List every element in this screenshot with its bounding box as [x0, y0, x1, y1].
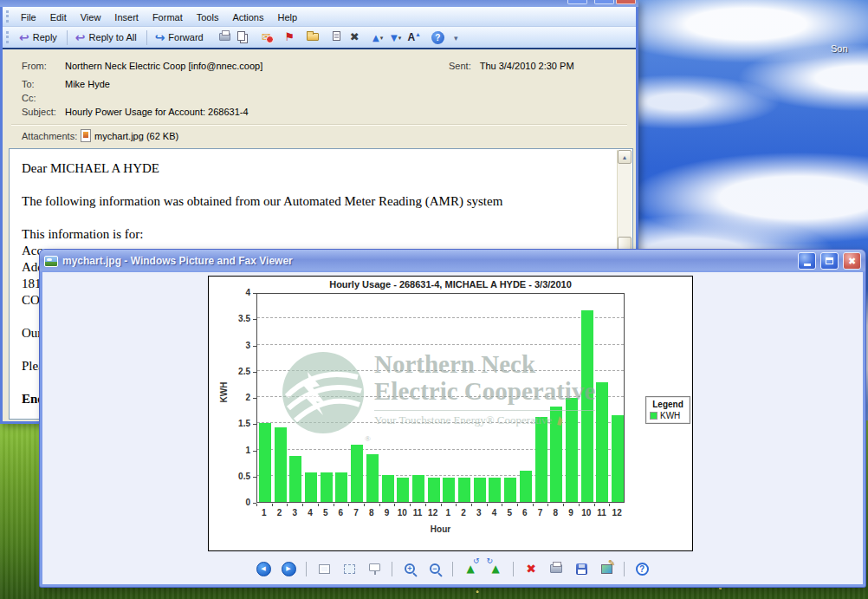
to-value: Mike Hyde: [65, 79, 110, 89]
previous-image-icon[interactable]: ◀: [254, 560, 273, 577]
attachment-name[interactable]: mychart.jpg (62 KB): [94, 131, 178, 141]
zoom-out-icon[interactable]: −: [425, 560, 444, 577]
sent-row: Sent: Thu 3/4/2010 2:30 PM: [449, 61, 574, 71]
x-tick-label: 10: [394, 508, 410, 518]
menu-tools[interactable]: Tools: [190, 10, 226, 25]
viewer-toolbar: ◀▶+−▲▲✖?: [42, 560, 863, 577]
bar: [275, 427, 287, 503]
attachment-file-icon[interactable]: [81, 129, 91, 142]
x-tick-mark: [425, 504, 426, 506]
x-tick-label: 9: [379, 508, 395, 518]
email-header-pane: From: Northern Neck Electric Coop [info@…: [3, 51, 636, 148]
cc-label: Cc:: [22, 93, 65, 103]
y-tick-label: 3.5: [216, 314, 250, 323]
viewer-titlebar[interactable]: mychart.jpg - Windows Picture and Fax Vi…: [40, 250, 865, 272]
to-row: To: Mike Hyde: [22, 79, 110, 89]
x-tick-label: 12: [609, 508, 625, 518]
chart-title: Hourly Usage - 268631-4, MICHAEL A HYDE …: [209, 279, 692, 290]
save-icon[interactable]: [572, 560, 591, 577]
reply-button[interactable]: ↩ Reply: [16, 29, 62, 45]
x-tick-mark: [563, 504, 564, 506]
create-rule-icon[interactable]: [327, 27, 346, 45]
best-fit-icon[interactable]: [314, 560, 334, 577]
menu-actions[interactable]: Actions: [225, 10, 270, 25]
from-row: From: Northern Neck Electric Coop [info@…: [22, 61, 262, 71]
x-tick-mark: [609, 504, 610, 506]
separator: [146, 30, 147, 45]
previous-item-icon[interactable]: ▲▾: [369, 29, 387, 48]
menu-help[interactable]: Help: [270, 10, 304, 25]
x-tick-mark: [533, 504, 534, 506]
toolbar-options-icon[interactable]: ▾: [447, 29, 465, 48]
next-image-icon[interactable]: ▶: [279, 560, 298, 577]
minimize-button[interactable]: [567, 0, 587, 4]
y-tick-mark: [253, 451, 256, 452]
bar: [321, 472, 333, 502]
edit-icon[interactable]: [597, 560, 616, 577]
flag-icon[interactable]: ⚑: [281, 28, 299, 46]
reply-all-label: Reply to All: [89, 32, 137, 42]
menu-edit[interactable]: Edit: [43, 10, 74, 25]
x-tick-label: 11: [593, 508, 609, 518]
forward-icon: ↪: [155, 31, 165, 43]
print-icon[interactable]: [547, 560, 566, 577]
x-tick-mark: [302, 504, 303, 506]
attachments-row: Attachments: mychart.jpg (62 KB): [22, 129, 178, 142]
actual-size-icon[interactable]: [340, 560, 359, 577]
viewer-title: mychart.jpg - Windows Picture and Fax Vi…: [62, 255, 794, 267]
bar: [335, 472, 347, 502]
separator: [513, 562, 514, 576]
rotate-ccw-icon[interactable]: ▲: [461, 560, 480, 577]
bar: [458, 478, 470, 502]
viewer-client-area: Hourly Usage - 268631-4, MICHAEL A HYDE …: [42, 272, 863, 584]
slideshow-icon[interactable]: [365, 560, 384, 577]
x-tick-label: 9: [563, 508, 579, 518]
scroll-up-button[interactable]: ▲: [618, 150, 632, 164]
bar: [289, 456, 301, 502]
y-tick-label: 0.5: [216, 472, 250, 481]
next-item-icon[interactable]: ▼▾: [387, 29, 405, 48]
attachments-label: Attachments:: [22, 131, 81, 141]
minimize-button[interactable]: [798, 252, 816, 270]
copy-icon[interactable]: [234, 28, 252, 46]
email-titlebar-clipped[interactable]: [0, 0, 638, 7]
x-tick-label: 3: [471, 508, 487, 518]
move-to-folder-icon[interactable]: [304, 28, 322, 46]
y-tick-label: 3: [216, 341, 250, 350]
menubar-grip[interactable]: [6, 10, 10, 23]
x-tick-label: 7: [533, 508, 548, 518]
menu-format[interactable]: Format: [146, 10, 190, 25]
toolbar-grip[interactable]: [6, 31, 10, 43]
close-button[interactable]: [616, 0, 636, 4]
delete-icon[interactable]: ✖: [521, 560, 541, 577]
reply-to-all-button[interactable]: ↩ Reply to All: [72, 29, 142, 45]
x-tick-label: 10: [579, 508, 594, 518]
desktop-icon-label-partial[interactable]: Son: [831, 43, 848, 54]
zoom-in-icon[interactable]: +: [400, 560, 419, 577]
subject-row: Subject: Hourly Power Usage for Account:…: [22, 107, 249, 117]
menu-file[interactable]: File: [14, 10, 43, 25]
bar: [366, 454, 379, 502]
x-tick-label: 1: [256, 508, 272, 518]
email-body-line: The following information was obtained f…: [22, 193, 612, 210]
menu-insert[interactable]: Insert: [107, 10, 146, 25]
separator: [67, 30, 68, 45]
menu-view[interactable]: View: [74, 10, 108, 25]
gridline: [257, 396, 624, 397]
help-icon[interactable]: ?: [429, 29, 447, 47]
x-tick-mark: [579, 504, 580, 506]
junk-mail-icon[interactable]: ✉: [257, 28, 275, 46]
font-size-icon[interactable]: A▲: [405, 29, 424, 47]
print-icon[interactable]: [216, 28, 234, 46]
bar: [382, 475, 394, 502]
maximize-button[interactable]: [820, 252, 839, 270]
from-label: From:: [22, 61, 65, 71]
maximize-button[interactable]: [594, 0, 614, 4]
forward-button[interactable]: ↪ Forward: [152, 29, 209, 45]
close-button[interactable]: ✖: [843, 252, 861, 270]
delete-icon[interactable]: ✖: [346, 28, 364, 46]
help-icon[interactable]: ?: [632, 560, 651, 577]
email-body-line: This information is for:: [22, 226, 612, 243]
rotate-cw-icon[interactable]: ▲: [486, 560, 505, 577]
y-tick-mark: [253, 319, 256, 320]
